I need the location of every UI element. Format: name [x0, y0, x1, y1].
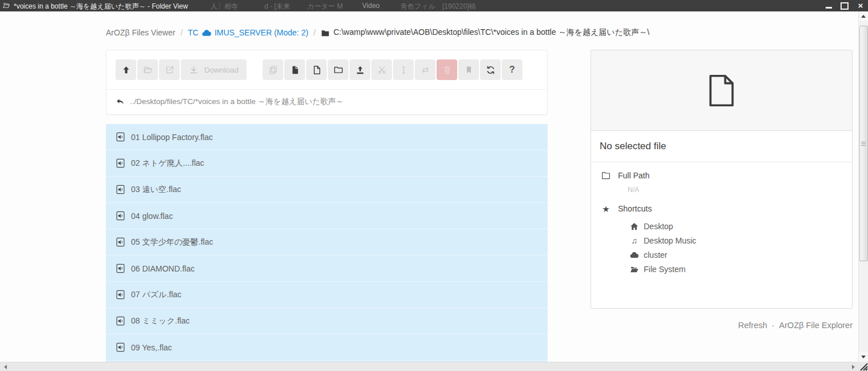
cloud-icon — [202, 29, 211, 37]
rename-button[interactable] — [393, 59, 414, 80]
close-button[interactable]: × — [857, 2, 865, 10]
shortcuts-label: Shortcuts — [618, 204, 652, 213]
shortcut-desktop[interactable]: Desktop — [630, 219, 842, 233]
star-icon: ★ — [601, 205, 611, 213]
open-external-button[interactable] — [159, 59, 180, 80]
ghost-window-title: [190220]稿 — [442, 2, 476, 11]
file-explorer-link[interactable]: ArOZβ File Explorer — [779, 321, 853, 330]
file-name: 03 遠い空.flac — [131, 185, 181, 195]
blank-file-icon — [708, 74, 735, 107]
file-row[interactable]: 01 Lollipop Factory.flac — [106, 124, 548, 150]
open-button[interactable] — [137, 59, 158, 80]
full-path-row: Full Path — [601, 171, 842, 180]
file-row[interactable]: 08 ミミック.flac — [106, 308, 548, 334]
file-name: 01 Lollipop Factory.flac — [131, 133, 213, 142]
cloud-icon — [630, 252, 639, 258]
audio-file-icon — [116, 290, 125, 300]
toolbar: Download — [106, 50, 547, 89]
shortcut-cluster[interactable]: cluster — [630, 248, 842, 262]
file-name: 05 文学少年の憂鬱.flac — [131, 237, 213, 248]
file-row[interactable]: 07 パズル.flac — [106, 282, 548, 308]
title-bar: *voices in a bottle ～海を越え届いた歌声～ - Folder… — [0, 0, 868, 11]
download-icon — [189, 65, 199, 75]
question-mark-icon: ? — [509, 65, 515, 75]
breadcrumb-server-link[interactable]: TC IMUS_SERVER (Mode: 2) — [188, 28, 308, 37]
scissors-icon — [377, 65, 387, 75]
minimize-button[interactable] — [825, 2, 833, 10]
file-list: 01 Lollipop Factory.flac 02 ネトゲ廃人....fla… — [106, 124, 548, 362]
home-icon — [630, 222, 639, 230]
copy-button[interactable] — [263, 59, 283, 80]
arrow-up-icon — [121, 65, 131, 75]
vertical-scrollbar-thumb[interactable] — [859, 26, 868, 261]
delete-button[interactable] — [437, 59, 457, 80]
audio-file-icon — [116, 158, 125, 168]
file-row[interactable]: 06 DIAMOND.flac — [106, 256, 548, 282]
paste-button[interactable] — [284, 59, 305, 80]
file-name: 02 ネトゲ廃人....flac — [131, 158, 204, 169]
swap-arrows-icon — [421, 65, 430, 75]
paste-icon — [290, 65, 300, 75]
refresh-link[interactable]: Refresh — [738, 321, 767, 330]
upload-button[interactable] — [350, 59, 370, 80]
file-preview-area — [591, 50, 852, 131]
scroll-right-button[interactable] — [849, 364, 857, 370]
file-row[interactable]: 04 glow.flac — [106, 203, 548, 229]
file-row[interactable]: 02 ネトゲ廃人....flac — [106, 150, 548, 177]
download-button[interactable]: Download — [181, 59, 247, 80]
new-file-button[interactable] — [306, 59, 327, 80]
window-title: *voices in a bottle ～海を越え届いた歌声～ - Folder… — [14, 2, 188, 11]
trash-icon — [442, 65, 452, 75]
parent-path-text: ../Desktop/files/TC/*voices in a bottle … — [130, 97, 343, 107]
triangle-left-icon — [4, 365, 7, 369]
go-up-button[interactable] — [116, 59, 136, 80]
full-path-label: Full Path — [618, 171, 649, 180]
file-row[interactable]: 05 文学少年の憂鬱.flac — [106, 229, 548, 256]
file-name: 07 パズル.flac — [131, 290, 181, 300]
scroll-up-button[interactable] — [859, 11, 868, 21]
file-row[interactable]: 03 遠い空.flac — [106, 177, 548, 203]
cut-button[interactable] — [371, 59, 392, 80]
resize-grip[interactable] — [858, 362, 868, 371]
folder-open-filled-icon — [630, 265, 639, 273]
download-label: Download — [204, 66, 239, 74]
folder-view-window: *voices in a bottle ～海を越え届いた歌声～ - Folder… — [0, 0, 868, 371]
folder-icon — [321, 29, 330, 37]
horizontal-scrollbar[interactable] — [0, 362, 858, 371]
full-path-value: N/A — [628, 186, 842, 194]
ghost-window-title: 青色フィル — [401, 2, 435, 11]
help-button[interactable]: ? — [502, 59, 522, 80]
upload-icon — [355, 65, 365, 75]
back-arrow-icon — [116, 98, 125, 106]
shortcut-file-system[interactable]: File System — [630, 262, 842, 276]
text-cursor-icon — [399, 65, 409, 75]
shortcut-list: Desktop ♫ Desktop Music cluster File — [630, 219, 842, 276]
bookmark-button[interactable] — [458, 59, 479, 80]
shortcut-label: Desktop Music — [644, 236, 696, 245]
scroll-down-button[interactable] — [859, 352, 868, 362]
selection-status-heading: No selected file — [591, 131, 852, 162]
shortcut-label: File System — [644, 265, 685, 274]
ghost-window-title: 人〕相寺 — [211, 2, 238, 11]
refresh-icon — [486, 65, 496, 75]
ghost-window-title: カーター M — [307, 2, 343, 11]
footer-separator: · — [772, 321, 775, 330]
breadcrumb-app-link[interactable]: ArOZβ Files Viewer — [106, 28, 175, 37]
footer: Refresh · ArOZβ File Explorer — [738, 321, 853, 330]
shortcut-desktop-music[interactable]: ♫ Desktop Music — [630, 233, 842, 248]
new-folder-button[interactable] — [328, 59, 348, 80]
triangle-down-icon — [861, 356, 866, 358]
file-details-panel: No selected file Full Path N/A ★ Shortcu… — [590, 50, 853, 309]
file-row[interactable]: 09 Yes,.flac — [106, 334, 548, 361]
breadcrumb-separator: / — [180, 28, 183, 37]
refresh-button[interactable] — [480, 59, 501, 80]
scroll-left-button[interactable] — [1, 364, 9, 370]
audio-file-icon — [116, 316, 125, 326]
maximize-button[interactable] — [841, 2, 849, 10]
move-button[interactable] — [415, 59, 435, 80]
parent-path-link[interactable]: ../Desktop/files/TC/*voices in a bottle … — [106, 90, 547, 114]
audio-file-icon — [116, 237, 125, 247]
vertical-scrollbar[interactable] — [858, 11, 868, 362]
shortcut-label: cluster — [644, 250, 667, 260]
copy-icon — [268, 65, 278, 75]
